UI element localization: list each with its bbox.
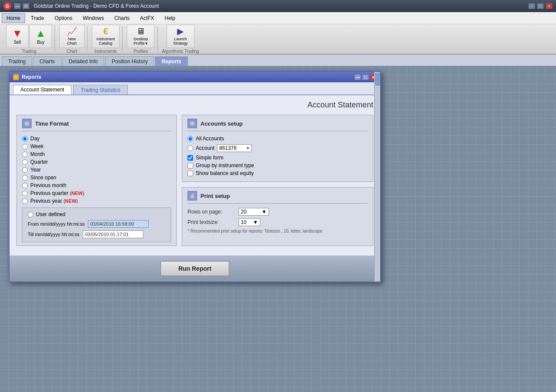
dialog-body: Account Statement ⊞ Time Format Day Week	[10, 95, 380, 256]
print-textsize-row: Print textsize: 10 ▼	[187, 218, 368, 226]
dialog-icon: G	[13, 74, 19, 80]
simple-form-label: Simple form	[196, 155, 223, 161]
new-chart-label: NewChart	[67, 37, 77, 45]
tab-trading[interactable]: Trading	[2, 56, 32, 66]
menu-options[interactable]: Options	[50, 13, 77, 23]
run-report-button[interactable]: Run Report	[160, 261, 230, 276]
buy-button[interactable]: ▲ Buy	[29, 25, 52, 48]
reports-dialog: G Reports — □ × Account Statement Tradin…	[9, 71, 381, 282]
dialog-scroll-thumb[interactable]	[375, 73, 380, 86]
desktop-profile-button[interactable]: 🖥 DesktopProfile ▾	[127, 25, 155, 48]
till-date-row: Till mm/dd/yyyy hh:mi:ss	[28, 230, 165, 238]
print-setup-icon: 🖨	[187, 191, 197, 201]
all-accounts-label: All Accounts	[196, 136, 224, 142]
radio-account[interactable]: Account 861376 ▼	[187, 144, 368, 152]
system-controls[interactable]: — ⊡	[14, 3, 29, 9]
dialog-minimize-btn[interactable]: —	[354, 74, 361, 80]
tab-detailed-info[interactable]: Detailed Info	[62, 56, 104, 66]
trading-group: ▼ Sell ▲ Buy Trading	[3, 26, 55, 52]
accounts-setup-header: ⊞ Accounts setup	[187, 119, 368, 131]
desktop-profile-label: DesktopProfile ▾	[133, 37, 148, 45]
dialog-scrollbar[interactable]	[374, 72, 380, 282]
rows-on-page-select[interactable]: 20 ▼	[239, 208, 269, 216]
radio-prev-quarter[interactable]: Previous quarter (NEW)	[22, 190, 171, 196]
tab-position-history[interactable]: Position History	[105, 56, 154, 66]
accounts-setup-title: Accounts setup	[200, 120, 243, 127]
radio-prev-quarter-label: Previous quarter (NEW)	[30, 190, 84, 196]
sell-button[interactable]: ▼ Sell	[6, 25, 29, 48]
checkbox-show-balance[interactable]: Show balance and equity	[187, 170, 368, 176]
dialog-heading: Account Statement	[16, 100, 373, 110]
profiles-section: 🖥 DesktopProfile ▾ Profiles	[127, 25, 155, 54]
instrument-catalog-icon: €	[103, 27, 108, 36]
radio-day[interactable]: Day	[22, 136, 171, 142]
chart-group: 📈 NewChart Chart	[57, 26, 87, 52]
menu-trade[interactable]: Trade	[26, 13, 49, 23]
instrument-catalog-button[interactable]: € InstrumentCatalog	[92, 25, 120, 48]
till-label: Till mm/dd/yyyy hh:mi:ss	[28, 232, 79, 237]
from-date-row: From mm/dd/yyyy hh:mi:ss	[28, 220, 165, 228]
main-tab-bar: Trading Charts Detailed Info Position Hi…	[0, 55, 556, 67]
dialog-title-bar: G Reports — □ ×	[10, 72, 380, 82]
radio-week[interactable]: Week	[22, 143, 171, 149]
minimize-controls[interactable]: —	[14, 3, 21, 9]
print-setup-header: 🖨 Print setup	[187, 191, 368, 204]
new-chart-button[interactable]: 📈 NewChart	[59, 25, 84, 48]
menu-actfx[interactable]: ActFX	[135, 13, 159, 23]
dialog-tab-trading-statistics[interactable]: Trading Statistics	[73, 85, 128, 94]
buy-icon: ▲	[36, 28, 46, 39]
window-controls[interactable]: − □ ×	[528, 3, 553, 9]
radio-prev-month-label: Previous month	[30, 182, 66, 188]
radio-month-label: Month	[30, 151, 45, 157]
show-balance-label: Show balance and equity	[196, 170, 254, 176]
radio-month[interactable]: Month	[22, 151, 171, 157]
rows-on-page-label: Rows on page:	[187, 209, 235, 215]
close-btn[interactable]: ×	[546, 3, 553, 9]
prev-quarter-new-badge: (NEW)	[70, 191, 84, 196]
print-setup-section: 🖨 Print setup Rows on page: 20 ▼ Print t…	[182, 187, 373, 246]
run-report-area: Run Report	[10, 256, 380, 282]
maximize-btn[interactable]: □	[537, 3, 544, 9]
radio-prev-year[interactable]: Previous year (NEW)	[22, 198, 171, 204]
rows-dropdown-arrow: ▼	[262, 209, 267, 215]
radio-all-accounts[interactable]: All Accounts	[187, 136, 368, 142]
minimize-btn[interactable]: −	[528, 3, 535, 9]
menu-bar: Home Trade Options Windows Charts ActFX …	[0, 12, 556, 24]
menu-help[interactable]: Help	[160, 13, 180, 23]
radio-since-open-label: Since open	[30, 175, 56, 181]
algo-section: ▶ LaunchStrategy Algorithmic Trading	[162, 25, 199, 54]
print-setup-title: Print setup	[200, 193, 230, 199]
checkbox-simple-form[interactable]: Simple form	[187, 155, 368, 161]
time-format-title: Time Format	[35, 120, 69, 127]
buy-label: Buy	[37, 40, 44, 45]
radio-since-open[interactable]: Since open	[22, 175, 171, 181]
print-textsize-label: Print textsize:	[187, 219, 235, 225]
from-label: From mm/dd/yyyy hh:mi:ss	[28, 221, 84, 227]
till-date-input[interactable]	[83, 230, 143, 238]
chart-section: 📈 NewChart Chart	[59, 25, 84, 54]
dialog-restore-btn[interactable]: □	[362, 74, 369, 80]
dialog-tab-account-statement[interactable]: Account Statement	[13, 85, 71, 94]
sections-row: ⊞ Time Format Day Week Month	[16, 115, 373, 246]
radio-prev-year-label: Previous year (NEW)	[30, 198, 78, 204]
checkbox-group-by[interactable]: Group by instrument type	[187, 162, 368, 168]
menu-charts[interactable]: Charts	[110, 13, 134, 23]
accounts-setup-icon: ⊞	[187, 119, 197, 128]
radio-prev-month[interactable]: Previous month	[22, 182, 171, 188]
menu-windows[interactable]: Windows	[78, 13, 109, 23]
tab-charts[interactable]: Charts	[33, 56, 61, 66]
print-textsize-select[interactable]: 10 ▼	[239, 218, 260, 226]
restore-controls[interactable]: ⊡	[23, 3, 29, 9]
menu-home[interactable]: Home	[2, 13, 25, 23]
from-date-input[interactable]	[88, 220, 149, 228]
radio-week-label: Week	[30, 143, 43, 149]
radio-user-defined[interactable]: User defined	[28, 211, 165, 217]
tab-reports[interactable]: Reports	[155, 56, 187, 66]
algo-section-label: Algorithmic Trading	[162, 49, 199, 54]
dialog-controls[interactable]: — □ ×	[354, 74, 377, 80]
radio-quarter[interactable]: Quarter	[22, 159, 171, 165]
radio-day-label: Day	[30, 136, 39, 142]
account-dropdown[interactable]: 861376 ▼	[217, 144, 252, 152]
launch-strategy-button[interactable]: ▶ LaunchStrategy	[167, 25, 194, 48]
radio-year[interactable]: Year	[22, 167, 171, 173]
